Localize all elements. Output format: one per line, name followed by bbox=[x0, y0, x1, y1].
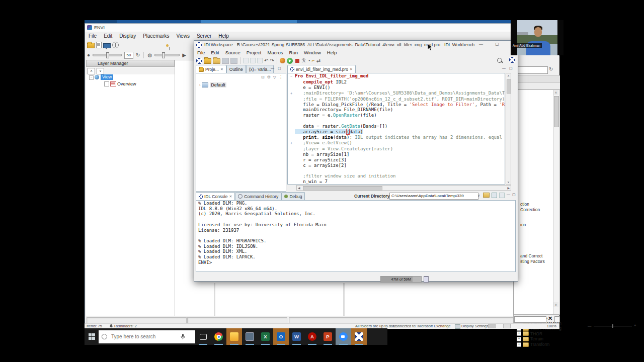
zoom-in-label[interactable]: + bbox=[634, 323, 636, 328]
tree-expand-icon[interactable]: › bbox=[199, 83, 200, 87]
fold-expand-icon[interactable]: + bbox=[288, 91, 295, 97]
editor-maximize-icon[interactable]: ▢ bbox=[509, 66, 513, 70]
code-line[interactable]: ;file = FILEPATH('op2006nc6in_12_c_d_sub… bbox=[288, 97, 505, 102]
menu-item-project[interactable]: Project bbox=[244, 50, 265, 55]
layer-manager-header[interactable]: Layer Manager bbox=[86, 60, 175, 67]
tab-close-icon[interactable]: ✕ bbox=[220, 67, 223, 71]
scroll-up-icon[interactable]: ∧ bbox=[553, 90, 558, 95]
go-to-icon[interactable] bbox=[112, 42, 119, 48]
code-line[interactable]: arraySize = size(data) bbox=[288, 129, 505, 135]
profile-icon[interactable]: ℛ bbox=[302, 57, 306, 64]
taskbar-app-idl[interactable] bbox=[351, 328, 367, 345]
save-all-icon[interactable] bbox=[230, 58, 237, 64]
editor-vscrollbar[interactable]: ∧ ∨ bbox=[506, 73, 511, 185]
envi-titlebar[interactable]: ENVI bbox=[85, 24, 559, 32]
collapse-all-icon[interactable]: ⊟ bbox=[261, 75, 265, 79]
open-icon[interactable] bbox=[204, 58, 211, 64]
taskbar-app-powerpoint[interactable]: P bbox=[320, 328, 336, 345]
zoom-slider[interactable] bbox=[594, 326, 632, 326]
code-line[interactable]: c = arraySize[2] bbox=[288, 163, 505, 168]
toolbox-filter-input[interactable] bbox=[514, 316, 546, 323]
tree-plus-icon[interactable]: + bbox=[517, 331, 521, 336]
code-line[interactable]: n_win = 7 bbox=[288, 179, 505, 185]
code-line[interactable]: file = Dialog_PickFile (/Read, Title = '… bbox=[288, 102, 505, 108]
toolbox-item-transform[interactable]: +Transform bbox=[517, 342, 549, 347]
menu-item-views[interactable]: Views bbox=[173, 33, 193, 39]
brightness-slider[interactable] bbox=[93, 54, 122, 56]
normal-view-icon[interactable] bbox=[488, 324, 496, 328]
search-icon[interactable] bbox=[497, 58, 502, 63]
scroll-up-icon[interactable]: ∧ bbox=[506, 74, 511, 77]
view-menu-icon[interactable]: ⋮ bbox=[279, 75, 283, 79]
play-icon[interactable]: ▶ bbox=[182, 52, 186, 58]
copy-icon[interactable] bbox=[250, 58, 256, 63]
save-icon[interactable] bbox=[222, 58, 229, 64]
idl-perspective-icon[interactable] bbox=[509, 57, 515, 63]
toolbox-search-input[interactable] bbox=[516, 66, 548, 74]
run-icon[interactable] bbox=[287, 58, 293, 64]
code-editor[interactable]: −Pro Envi_IDL_filter_img_med compile_opt… bbox=[287, 73, 505, 185]
taskbar-app-outlook[interactable]: O bbox=[273, 328, 289, 345]
code-line[interactable]: raster = e.OpenRaster(file) bbox=[288, 113, 505, 118]
scroll-thumb[interactable] bbox=[303, 186, 382, 191]
collapse-up-button[interactable]: ∧ bbox=[88, 68, 95, 74]
start-button[interactable] bbox=[85, 328, 99, 345]
taskbar-app-task-view[interactable] bbox=[195, 328, 211, 345]
garbage-collect-icon[interactable] bbox=[424, 276, 429, 283]
taskbar-app-file-explorer[interactable] bbox=[226, 328, 242, 345]
scroll-right-icon[interactable]: ▶ bbox=[507, 186, 510, 190]
scroll-left-icon[interactable]: ◀ bbox=[298, 186, 300, 190]
maximize-button[interactable]: ▢ bbox=[494, 42, 501, 46]
menu-item-file[interactable]: File bbox=[85, 33, 100, 39]
code-line[interactable]: −Pro Envi_IDL_filter_img_med bbox=[288, 73, 505, 79]
display-settings-label[interactable]: Display Settings bbox=[461, 324, 489, 328]
code-line[interactable]: + ;View= e.GetView() bbox=[288, 140, 505, 146]
menu-item-display[interactable]: Display bbox=[116, 33, 139, 39]
menu-item-run[interactable]: Run bbox=[286, 50, 301, 55]
open-file-icon[interactable] bbox=[87, 43, 95, 48]
menu-item-edit[interactable]: Edit bbox=[208, 50, 222, 55]
mic-icon[interactable] bbox=[181, 334, 185, 340]
code-line[interactable]: print, size(data); IDL output indicates … bbox=[288, 135, 505, 140]
toolbox-item-terrain[interactable]: +Terrain bbox=[517, 336, 543, 341]
paste-icon[interactable] bbox=[257, 58, 263, 63]
build-icon[interactable] bbox=[280, 58, 285, 63]
redo-icon[interactable]: ↷ bbox=[270, 57, 274, 64]
taskbar-app-word[interactable]: W bbox=[289, 328, 304, 345]
toolbox-item-partial[interactable]: ction bbox=[520, 202, 529, 207]
zoom-out-label[interactable]: — bbox=[588, 324, 592, 328]
stop-icon[interactable] bbox=[294, 58, 300, 64]
scroll-thumb[interactable] bbox=[554, 96, 559, 127]
code-line[interactable]: data = raster.GetData(Bands=[]) bbox=[288, 124, 505, 129]
menu-item-macros[interactable]: Macros bbox=[264, 50, 286, 55]
menu-item-help[interactable]: Help bbox=[215, 33, 232, 39]
tab-outline[interactable]: Outline bbox=[226, 65, 246, 73]
open-directory-icon[interactable] bbox=[483, 193, 490, 198]
taskbar-app-zoom[interactable] bbox=[336, 328, 351, 345]
toolbox-item-partial[interactable]: ion bbox=[520, 222, 526, 227]
tab-variables[interactable]: (x)= Varia... bbox=[246, 65, 274, 73]
search-input[interactable] bbox=[110, 333, 178, 340]
menu-item-help[interactable]: Help bbox=[324, 50, 340, 55]
toolbox-clear-icon[interactable]: ✕ bbox=[548, 315, 552, 322]
menu-item-source[interactable]: Source bbox=[222, 50, 244, 55]
code-line[interactable] bbox=[288, 168, 505, 173]
toolbox-refresh-icon[interactable]: ↻ bbox=[549, 66, 553, 72]
code-line[interactable]: ;Layer = View.Createlayer(raster) bbox=[288, 146, 505, 152]
taskbar-app-excel[interactable]: X bbox=[258, 328, 273, 345]
cut-icon[interactable] bbox=[243, 58, 249, 63]
layer-view-item[interactable]: View bbox=[101, 74, 113, 80]
code-line[interactable]: + ;mainDirectory= 'D:\amr\Courses\_SUR53… bbox=[288, 90, 505, 97]
fold-expand-icon[interactable]: + bbox=[288, 141, 295, 146]
console-minimize-icon[interactable]: — bbox=[507, 193, 510, 198]
fold-collapse-icon[interactable]: − bbox=[288, 74, 295, 79]
code-line[interactable] bbox=[288, 118, 505, 124]
zoom-percent[interactable]: 100% bbox=[547, 324, 556, 328]
code-line[interactable]: compile_opt IDL2 bbox=[288, 79, 505, 85]
undo-icon[interactable]: ↶ bbox=[264, 57, 268, 64]
console-output[interactable]: % Loaded DLM: PNG.IDL 8.8.0 (Win32 x86_6… bbox=[196, 200, 516, 272]
taskbar-app-remote-desktop[interactable] bbox=[242, 328, 258, 345]
heap-memory-gauge[interactable]: 47M of 59M bbox=[380, 276, 422, 283]
export-icon[interactable] bbox=[492, 193, 497, 198]
console-maximize-icon[interactable]: ▢ bbox=[512, 193, 516, 198]
